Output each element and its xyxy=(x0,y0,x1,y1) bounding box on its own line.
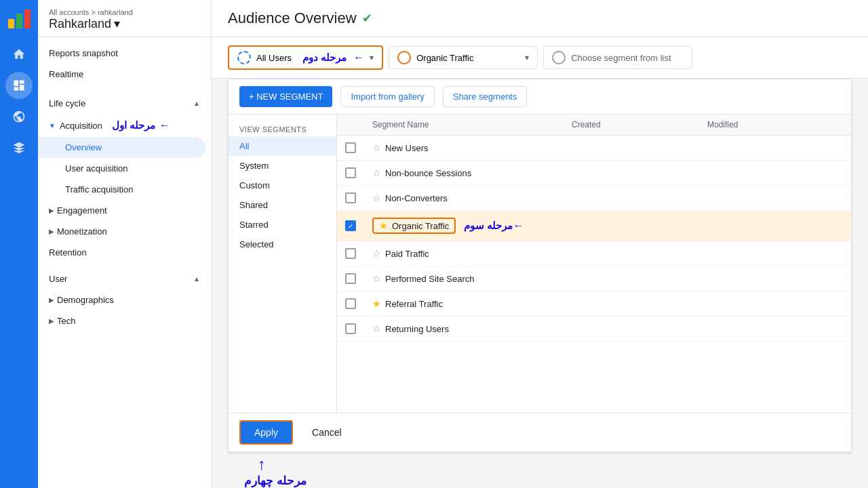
star-outline-icon[interactable]: ☆ xyxy=(372,167,381,178)
star-icon[interactable]: ★ xyxy=(379,220,388,231)
segment-chip-organic[interactable]: Organic Traffic ▾ xyxy=(389,46,538,69)
nav-overview[interactable]: Overview xyxy=(38,137,205,158)
star-outline-icon[interactable]: ☆ xyxy=(372,192,381,203)
cancel-button[interactable]: Cancel xyxy=(301,422,353,443)
table-row[interactable]: ☆ Performed Site Search xyxy=(337,266,851,291)
table-row[interactable]: ☆ Paid Traffic xyxy=(337,241,851,266)
step4-annotation: مرحله چهارم xyxy=(244,474,307,488)
advertising-icon[interactable] xyxy=(5,134,33,161)
step3-annotation: مرحله سوم xyxy=(464,220,513,232)
row-checkbox[interactable] xyxy=(345,167,356,178)
nav-retention[interactable]: Retention xyxy=(38,242,211,263)
explore-icon[interactable] xyxy=(5,103,33,130)
row-segment-name: ☆ Paid Traffic xyxy=(372,248,572,259)
segments-bar: All Users مرحله دوم ← ▾ Organic Traffic … xyxy=(212,37,868,79)
segment-footer: Apply Cancel xyxy=(229,413,851,451)
account-name[interactable]: Rahkarland ▾ xyxy=(49,16,133,31)
row-segment-name: ☆ New Users xyxy=(372,142,572,153)
star-outline-icon[interactable]: ☆ xyxy=(372,248,381,259)
table-row[interactable]: ★ Referral Traffic xyxy=(337,291,851,317)
nav-header: All accounts > rahkarland Rahkarland ▾ xyxy=(38,0,211,37)
row-checkbox[interactable] xyxy=(345,142,356,153)
star-icon[interactable]: ★ xyxy=(372,298,381,309)
verified-icon: ✔ xyxy=(362,11,372,26)
home-icon[interactable] xyxy=(5,41,33,68)
row-segment-name: ☆ Non-Converters xyxy=(372,192,572,203)
step3-arrow-icon: ← xyxy=(513,220,524,232)
filter-section-label: VIEW SEGMENTS xyxy=(229,123,336,136)
header-modified-col: Modified xyxy=(707,120,843,129)
table-row[interactable]: ☆ Non-bounce Sessions xyxy=(337,161,851,186)
chevron-up-icon: ▲ xyxy=(193,100,200,107)
lifecycle-section: Life cycle ▲ ▼ Acquisition مرحله اول ← O… xyxy=(38,90,211,266)
step2-arrow-icon: ← xyxy=(353,52,364,64)
star-outline-icon[interactable]: ☆ xyxy=(372,273,381,284)
filter-system[interactable]: System xyxy=(229,156,336,176)
page-header: Audience Overview ✔ xyxy=(212,0,868,37)
table-row[interactable]: ☆ Non-Converters xyxy=(337,186,851,211)
filter-all[interactable]: All xyxy=(229,136,336,156)
nav-traffic-acquisition[interactable]: Traffic acquisition xyxy=(38,179,211,200)
row-segment-name: ☆ Performed Site Search xyxy=(372,273,572,284)
segment-chip-choose-label: Choose segment from list xyxy=(571,53,671,63)
nav-user-acquisition[interactable]: User acquisition xyxy=(38,158,211,179)
filter-shared[interactable]: Shared xyxy=(229,195,336,215)
user-section: User ▲ ▶ Demographics ▶ Tech xyxy=(38,266,211,334)
nav-engagement[interactable]: ▶ Engagement xyxy=(38,200,211,221)
chevron-down-icon: ▾ xyxy=(370,53,374,62)
header-check-col xyxy=(345,120,372,129)
main-content: Audience Overview ✔ All Users مرحله دوم … xyxy=(212,0,868,488)
share-segments-button[interactable]: Share segments xyxy=(443,86,528,107)
row-checkbox-checked[interactable]: ✓ xyxy=(345,220,356,231)
left-nav-panel: All accounts > rahkarland Rahkarland ▾ R… xyxy=(38,0,212,488)
segment-toolbar: + NEW SEGMENT Import from gallery Share … xyxy=(229,79,851,115)
reports-icon[interactable] xyxy=(5,72,33,99)
step4-arrow-up-icon: ↑ xyxy=(258,455,266,474)
nav-monetization[interactable]: ▶ Monetization xyxy=(38,221,211,242)
svg-rect-1 xyxy=(16,14,22,28)
segment-filter: VIEW SEGMENTS All System Custom Shared S… xyxy=(229,115,337,413)
icon-sidebar xyxy=(0,0,38,488)
segment-dropdown-panel: + NEW SEGMENT Import from gallery Share … xyxy=(228,79,852,452)
row-segment-name: ☆ Non-bounce Sessions xyxy=(372,167,572,178)
row-segment-name: ☆ Returning Users xyxy=(372,323,572,334)
row-checkbox[interactable] xyxy=(345,298,356,309)
import-from-gallery-button[interactable]: Import from gallery xyxy=(340,86,434,107)
row-checkbox[interactable] xyxy=(345,192,356,203)
nav-acquisition[interactable]: ▼ Acquisition مرحله اول ← xyxy=(38,114,211,137)
apply-button[interactable]: Apply xyxy=(239,420,293,445)
star-outline-icon[interactable]: ☆ xyxy=(372,142,381,153)
row-checkbox[interactable] xyxy=(345,248,356,259)
segment-circle-orange xyxy=(397,51,411,64)
chevron-down-icon2: ▾ xyxy=(525,53,529,62)
row-checkbox[interactable] xyxy=(345,323,356,334)
lifecycle-header[interactable]: Life cycle ▲ xyxy=(38,93,211,114)
segment-circle-blue xyxy=(237,51,251,64)
user-header[interactable]: User ▲ xyxy=(38,268,211,289)
table-row[interactable]: ☆ New Users xyxy=(337,136,851,161)
star-outline-icon[interactable]: ☆ xyxy=(372,323,381,334)
nav-reports-snapshot[interactable]: Reports snapshot xyxy=(38,43,211,64)
chevron-up-icon2: ▲ xyxy=(193,275,200,283)
nav-realtime[interactable]: Realtime xyxy=(38,64,211,85)
segment-chip-organic-label: Organic Traffic xyxy=(416,53,473,63)
segment-chip-all-users[interactable]: All Users مرحله دوم ← ▾ xyxy=(228,45,383,70)
page-title: Audience Overview xyxy=(228,9,357,27)
segment-chip-choose[interactable]: Choose segment from list xyxy=(543,46,692,69)
filter-custom[interactable]: Custom xyxy=(229,176,336,195)
step4-annotation-area: ↑ مرحله چهارم xyxy=(212,452,868,488)
header-created-col: Created xyxy=(572,120,707,129)
app-logo[interactable] xyxy=(7,7,31,31)
nav-demographics[interactable]: ▶ Demographics xyxy=(38,289,211,310)
segment-body: VIEW SEGMENTS All System Custom Shared S… xyxy=(229,115,851,413)
segment-list-header: Segment Name Created Modified xyxy=(337,115,851,136)
filter-starred[interactable]: Starred xyxy=(229,215,336,235)
nav-tech[interactable]: ▶ Tech xyxy=(38,310,211,331)
step1-annotation: مرحله اول xyxy=(112,119,155,131)
new-segment-button[interactable]: + NEW SEGMENT xyxy=(239,86,332,107)
table-row-organic[interactable]: ✓ ★ Organic Traffic مرحله سوم ← xyxy=(337,211,851,241)
table-row[interactable]: ☆ Returning Users xyxy=(337,317,851,342)
filter-selected[interactable]: Selected xyxy=(229,235,336,254)
row-checkbox[interactable] xyxy=(345,273,356,284)
segment-chip-all-users-label: All Users xyxy=(256,53,292,63)
